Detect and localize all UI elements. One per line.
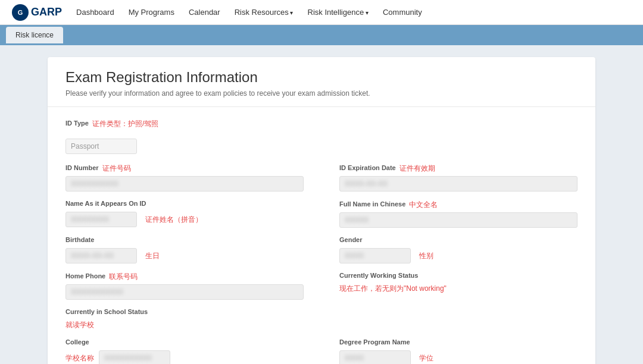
birthdate-value: XXXX-XX-XX xyxy=(65,248,137,263)
name-group: Name As it Appears On ID XXXXXXXX 证件姓名（拼… xyxy=(65,200,304,228)
college-value: XXXXXXXXXX xyxy=(99,350,170,364)
card-header: Exam Registration Information Please ver… xyxy=(48,57,595,107)
id-expiration-annotation: 证件有效期 xyxy=(399,164,435,174)
tab-bar: Risk licence xyxy=(0,25,643,45)
college-annotation: 学校名称 xyxy=(65,353,94,363)
phone-annotation: 联系号码 xyxy=(109,272,138,282)
id-number-annotation: 证件号码 xyxy=(102,164,131,174)
page-title: Exam Registration Information xyxy=(65,69,578,86)
college-label: College xyxy=(65,338,89,346)
phone-group: Home Phone 联系号码 XXXXXXXXXXX xyxy=(65,272,304,300)
fullname-value: XXXXX xyxy=(339,212,578,228)
name-label: Name As it Appears On ID xyxy=(65,200,146,207)
id-number-group: ID Number 证件号码 XXXXXXXXXX xyxy=(65,164,304,192)
page-subtitle: Please verify your information and agree… xyxy=(65,89,578,98)
school-group: Currently in School Status 就读学校 xyxy=(65,308,304,330)
empty-cell xyxy=(339,308,578,330)
degree-group: Degree Program Name XXXX 学位 xyxy=(339,338,578,364)
birthdate-annotation: 生日 xyxy=(145,251,160,261)
degree-value: XXXX xyxy=(339,350,411,364)
gender-label: Gender xyxy=(339,236,363,243)
birthdate-label: Birthdate xyxy=(65,236,94,243)
name-value: XXXXXXXX xyxy=(65,212,137,227)
school-annotation: 就读学校 xyxy=(65,320,304,330)
working-group: Currently Working Status 现在工作，若无则为"Not w… xyxy=(339,272,578,300)
id-expiration-label: ID Expiration Date xyxy=(339,164,396,171)
card-body: ID Type 证件类型：护照/驾照 Passport ID Number 证件… xyxy=(48,107,595,364)
id-expiration-group: ID Expiration Date 证件有效期 XXXX-XX-XX xyxy=(339,164,578,192)
degree-label: Degree Program Name xyxy=(339,338,410,346)
main-card: Exam Registration Information Please ver… xyxy=(48,57,595,364)
nav-risk-intelligence[interactable]: Risk Intelligence xyxy=(308,8,369,17)
degree-annotation: 学位 xyxy=(419,353,433,363)
nav-calendar[interactable]: Calendar xyxy=(189,8,220,17)
gender-value: XXXX xyxy=(339,248,411,263)
logo-icon: G xyxy=(12,4,29,21)
id-type-value: Passport xyxy=(65,139,137,154)
page-wrapper: Exam Registration Information Please ver… xyxy=(0,45,643,364)
id-type-label: ID Type xyxy=(65,120,89,127)
birthdate-group: Birthdate XXXX-XX-XX 生日 xyxy=(65,236,304,263)
fullname-label: Full Name in Chinese xyxy=(339,200,405,208)
form-grid: ID Number 证件号码 XXXXXXXXXX ID Expiration … xyxy=(65,164,578,364)
fullname-annotation: 中文全名 xyxy=(409,200,438,210)
phone-value: XXXXXXXXXXX xyxy=(65,284,304,300)
id-type-annotation: 证件类型：护照/驾照 xyxy=(92,119,158,129)
logo[interactable]: G GARP xyxy=(12,4,62,21)
nav-dashboard[interactable]: Dashboard xyxy=(76,8,114,17)
id-number-label: ID Number xyxy=(65,164,99,171)
college-group: College 学校名称 XXXXXXXXXX xyxy=(65,338,304,364)
id-number-value: XXXXXXXXXX xyxy=(65,176,304,192)
nav-community[interactable]: Community xyxy=(383,8,422,17)
id-expiration-value: XXXX-XX-XX xyxy=(339,176,578,192)
gender-annotation: 性别 xyxy=(419,251,433,261)
fullname-group: Full Name in Chinese 中文全名 XXXXX xyxy=(339,200,578,228)
phone-label: Home Phone xyxy=(65,272,105,280)
working-annotation: 现在工作，若无则为"Not working" xyxy=(339,284,578,294)
tab-risk-licence[interactable]: Risk licence xyxy=(6,27,63,43)
working-label: Currently Working Status xyxy=(339,272,418,279)
nav-my-programs[interactable]: My Programs xyxy=(129,8,174,17)
name-annotation: 证件姓名（拼音） xyxy=(145,215,202,225)
nav-risk-resources[interactable]: Risk Resources xyxy=(235,8,294,17)
navbar: G GARP Dashboard My Programs Calendar Ri… xyxy=(0,0,643,25)
logo-text: GARP xyxy=(31,6,62,18)
gender-group: Gender XXXX 性别 xyxy=(339,236,578,263)
id-type-row: ID Type 证件类型：护照/驾照 xyxy=(65,119,578,129)
school-label: Currently in School Status xyxy=(65,308,148,315)
